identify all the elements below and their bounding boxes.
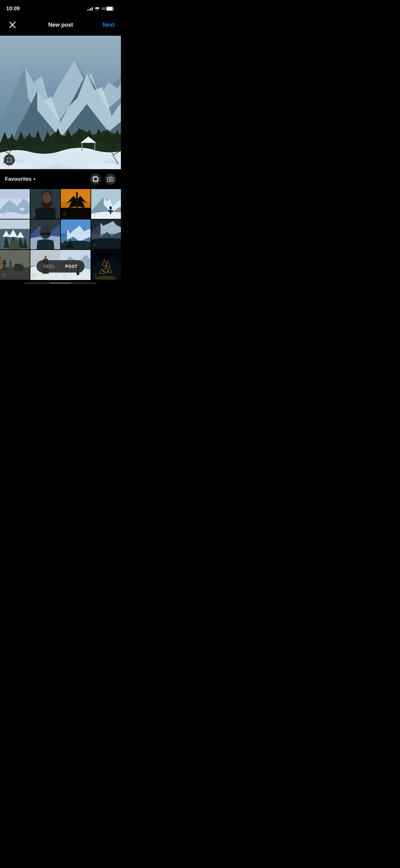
battery-percent: 89 [102, 7, 105, 10]
grid-item-6[interactable]: ♡ [30, 219, 60, 249]
gallery-controls-bar: Favourites ▾ [0, 169, 121, 189]
status-icons: 89 [87, 6, 115, 11]
heart-icon-9: ♡ [2, 273, 6, 278]
expand-button[interactable] [4, 154, 15, 165]
heart-icon-11: ♡ [62, 273, 66, 278]
multi-select-icon [93, 176, 98, 182]
photo-grid: ♡ ♡ [0, 189, 121, 280]
grid-items-10-11: ♡ ♡ REEL POST ▾ [30, 250, 91, 280]
heart-icon-5: ♡ [2, 243, 6, 247]
scroll-indicator [24, 282, 97, 284]
wifi-icon [95, 7, 100, 11]
heart-icon-12: ♡ [93, 273, 97, 278]
camera-button[interactable] [105, 174, 116, 185]
svg-rect-1 [107, 7, 113, 10]
grid-item-2[interactable]: ♡ [30, 189, 60, 219]
svg-point-33 [40, 225, 51, 239]
heart-icon-1: ♡ [2, 212, 6, 217]
heart-icon-4: ♡ [93, 212, 97, 217]
grid-item-12[interactable]: ♡ [91, 250, 121, 280]
chevron-down-icon: ▾ [33, 177, 35, 181]
svg-point-19 [42, 192, 51, 203]
scroll-bar-container [0, 280, 121, 285]
svg-point-11 [109, 179, 111, 180]
svg-rect-52 [0, 255, 6, 257]
grid-item-3[interactable]: ♡ [61, 189, 91, 219]
grid-item-4[interactable]: ♡ [91, 189, 121, 219]
photo-preview [0, 36, 121, 169]
svg-rect-29 [108, 211, 113, 212]
camera-icon [107, 177, 113, 182]
scroll-thumb [49, 282, 71, 284]
folder-selector[interactable]: Favourites ▾ [5, 176, 35, 182]
grid-item-9[interactable]: ♡ [0, 250, 30, 280]
page-title: New post [48, 22, 73, 28]
nav-header: New post Next [0, 16, 121, 36]
svg-point-48 [9, 260, 11, 264]
grid-item-1[interactable]: ♡ [0, 189, 30, 219]
switcher-chevron-icon: ▾ [60, 273, 61, 278]
media-type-switcher[interactable]: REEL POST [37, 260, 85, 273]
grid-item-7[interactable]: ♡ [61, 219, 91, 249]
svg-point-45 [3, 259, 6, 263]
expand-icon [6, 157, 12, 163]
svg-rect-6 [94, 143, 95, 151]
heart-icon-6: ♡ [32, 243, 36, 247]
heart-icon-2: ♡ [32, 212, 36, 217]
grid-item-5[interactable]: ♡ [0, 219, 30, 249]
svg-point-27 [109, 207, 112, 210]
grid-item-8[interactable]: ♡ [91, 219, 121, 249]
next-button[interactable]: Next [103, 22, 115, 28]
svg-rect-40 [91, 234, 121, 238]
signal-icon [87, 7, 93, 10]
heart-icon-3: ♡ [63, 212, 67, 217]
svg-rect-35 [46, 232, 50, 235]
svg-rect-5 [81, 143, 82, 151]
gallery-actions [90, 174, 116, 185]
close-button[interactable] [6, 19, 19, 31]
svg-rect-47 [9, 263, 11, 270]
battery-indicator: 89 [102, 6, 115, 11]
svg-rect-14 [19, 211, 20, 214]
svg-rect-31 [0, 219, 30, 229]
svg-point-58 [45, 256, 46, 258]
status-bar: 10:09 89 [0, 0, 121, 16]
svg-rect-34 [41, 232, 45, 235]
heart-icon-8: ♡ [93, 243, 97, 247]
svg-rect-46 [1, 263, 7, 264]
post-option[interactable]: POST [60, 262, 82, 271]
multi-select-button[interactable] [90, 174, 101, 185]
reel-option[interactable]: REEL [38, 262, 61, 271]
preview-image [0, 36, 121, 169]
battery-icon [106, 6, 115, 11]
status-time: 10:09 [6, 6, 20, 12]
heart-icon-7: ♡ [63, 243, 67, 247]
svg-rect-15 [24, 211, 25, 214]
folder-name: Favourites [5, 176, 32, 182]
svg-rect-53 [0, 257, 1, 266]
svg-rect-50 [14, 264, 21, 266]
heart-icon-10: ♡ [32, 273, 36, 278]
